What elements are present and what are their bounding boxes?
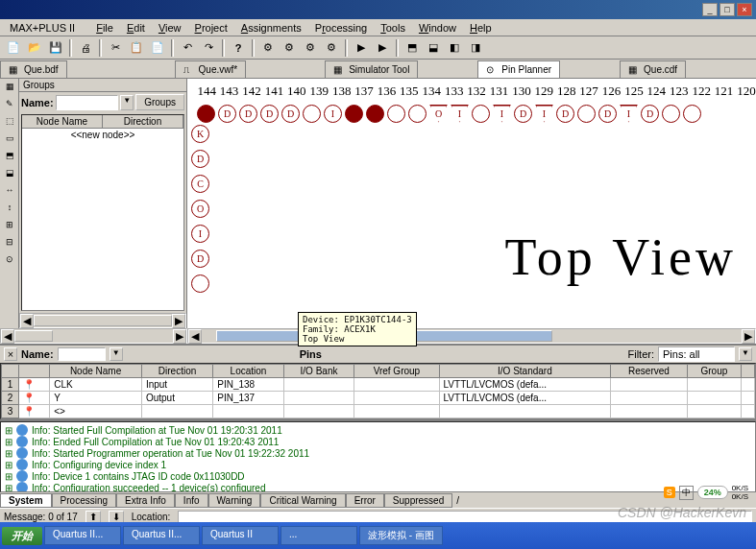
lt-3[interactable]: ⬚ — [2, 115, 17, 131]
tool-6[interactable]: ▶ — [373, 38, 392, 58]
pins-name-input[interactable] — [58, 347, 106, 361]
tab-cdf[interactable]: ▦Que.cdf — [620, 60, 686, 78]
pin-top-6[interactable]: I — [324, 105, 342, 123]
expand-icon[interactable]: ⊞ — [5, 460, 12, 470]
pincol[interactable] — [742, 365, 755, 378]
task-item[interactable]: ... — [280, 526, 357, 545]
zoom-pct[interactable]: 24% — [697, 486, 728, 499]
task-item[interactable]: Quartus II... — [44, 526, 121, 545]
pin-left-0[interactable]: K — [191, 125, 209, 143]
maximize-button[interactable]: □ — [719, 3, 735, 16]
redo-button[interactable]: ↷ — [199, 38, 218, 58]
pin-top-13[interactable] — [472, 105, 490, 123]
name-input[interactable] — [56, 95, 119, 110]
left-hscroll[interactable]: ◀▶ — [0, 328, 187, 344]
menu-project[interactable]: Project — [189, 22, 233, 34]
messages-body[interactable]: ⊞Info: Started Full Compilation at Tue N… — [0, 421, 756, 492]
msgtab-system[interactable]: System — [0, 493, 52, 508]
msg-line[interactable]: ⊞Info: Configuration succeeded -- 1 devi… — [3, 482, 753, 492]
tool-3[interactable]: ⚙ — [301, 38, 320, 58]
pin-top-21[interactable]: D — [641, 105, 659, 123]
pin-top-23[interactable] — [683, 105, 701, 123]
menu-file[interactable]: File — [90, 22, 119, 34]
tool-9[interactable]: ◧ — [445, 38, 464, 58]
pin-top-3[interactable]: D — [260, 105, 279, 123]
paste-button[interactable]: 📄 — [148, 38, 167, 58]
pin-left-1[interactable]: D — [191, 150, 209, 168]
tool-1[interactable]: ⚙ — [258, 38, 278, 58]
pin-top-19[interactable]: D — [598, 105, 617, 123]
lt-11[interactable]: ⊙ — [2, 253, 17, 269]
task-item[interactable]: 波形模拟 - 画图 — [359, 526, 443, 545]
name-dropdown[interactable]: ▼ — [120, 95, 134, 110]
col-nodename[interactable]: Node Name — [22, 115, 103, 128]
pin-top-1[interactable]: D — [218, 105, 236, 123]
msgtab-processing[interactable]: Processing — [52, 493, 116, 508]
pincol[interactable]: I/O Standard — [439, 365, 611, 378]
pin-top-22[interactable] — [662, 105, 680, 123]
menu-view[interactable]: View — [153, 22, 187, 34]
pin-top-16[interactable]: I — [535, 105, 553, 123]
pin-top-8[interactable] — [366, 105, 384, 123]
table-row[interactable]: 3📍<> — [2, 405, 755, 418]
lt-10[interactable]: ⊟ — [2, 236, 17, 251]
pin-left-4[interactable]: I — [191, 225, 209, 243]
pins-xbtn[interactable]: × — [4, 347, 17, 361]
msg-line[interactable]: ⊞Info: Device 1 contains JTAG ID code 0x… — [3, 470, 753, 482]
menu-window[interactable]: Window — [413, 22, 462, 34]
pincol[interactable] — [19, 365, 50, 378]
tool-2[interactable]: ⚙ — [280, 38, 299, 58]
pin-top-14[interactable]: I — [493, 105, 511, 123]
msg-line[interactable]: ⊞Info: Configuring device index 1 — [3, 459, 753, 470]
lt-4[interactable]: ▭ — [2, 132, 17, 148]
cut-button[interactable]: ✂ — [106, 38, 125, 58]
save-button[interactable]: 💾 — [46, 38, 65, 58]
tool-10[interactable]: ◨ — [466, 38, 485, 58]
node-tree[interactable]: Node Name Direction <<new node>> — [21, 114, 184, 311]
msgtab-info[interactable]: Info — [175, 493, 208, 508]
pincol[interactable] — [2, 365, 19, 378]
pin-top-2[interactable]: D — [239, 105, 257, 123]
msgtab-extra-info[interactable]: Extra Info — [116, 493, 175, 508]
expand-icon[interactable]: ⊞ — [5, 425, 12, 436]
print-button[interactable]: 🖨 — [76, 38, 95, 58]
pincol[interactable]: I/O Bank — [283, 365, 354, 378]
menu-edit[interactable]: Edit — [121, 22, 151, 34]
msgtab-critical-warning[interactable]: Critical Warning — [260, 493, 345, 508]
menu-processing[interactable]: Processing — [309, 22, 373, 34]
msgtab-suppressed[interactable]: Suppressed — [384, 493, 452, 508]
lt-2[interactable]: ✎ — [2, 98, 17, 113]
col-direction[interactable]: Direction — [103, 115, 183, 128]
open-button[interactable]: 📂 — [25, 38, 44, 58]
pincol[interactable]: Location — [213, 365, 284, 378]
lt-9[interactable]: ⊞ — [2, 219, 17, 234]
close-button[interactable]: × — [737, 3, 752, 16]
copy-button[interactable]: 📋 — [127, 38, 146, 58]
expand-icon[interactable]: ⊞ — [5, 448, 12, 459]
lt-1[interactable]: ▦ — [2, 81, 17, 96]
filter-value[interactable]: Pins: all — [658, 346, 735, 362]
pins-grid[interactable]: Node NameDirectionLocationI/O BankVref G… — [0, 363, 756, 419]
pins-name-dd[interactable]: ▼ — [110, 347, 123, 361]
pin-top-15[interactable]: D — [514, 105, 532, 123]
pin-top-18[interactable] — [577, 105, 596, 123]
pin-top-9[interactable] — [387, 105, 405, 123]
msg-line[interactable]: ⊞Info: Ended Full Compilation at Tue Nov… — [3, 436, 753, 447]
pin-top-5[interactable] — [303, 105, 321, 123]
tab-vwf[interactable]: ⎍Que.vwf* — [175, 60, 247, 78]
menu-tools[interactable]: Tools — [375, 22, 411, 34]
msgtab-warning[interactable]: Warning — [208, 493, 261, 508]
lt-8[interactable]: ↕ — [2, 202, 17, 217]
minimize-button[interactable]: _ — [702, 3, 718, 16]
tool-7[interactable]: ⬒ — [402, 38, 422, 58]
table-row[interactable]: 1📍CLKInputPIN_138LVTTL/LVCMOS (defa... — [2, 378, 755, 392]
new-button[interactable]: 📄 — [4, 38, 23, 58]
pin-top-17[interactable]: D — [556, 105, 574, 123]
pin-top-11[interactable]: O — [429, 105, 448, 123]
lt-7[interactable]: ↔ — [2, 184, 17, 200]
pincol[interactable]: Group — [687, 365, 741, 378]
msg-line[interactable]: ⊞Info: Started Programmer operation at T… — [3, 447, 753, 459]
newnode-row[interactable]: <<new node>> — [22, 129, 183, 141]
tool-5[interactable]: ▶ — [352, 38, 371, 58]
pin-top-12[interactable]: I — [451, 105, 469, 123]
